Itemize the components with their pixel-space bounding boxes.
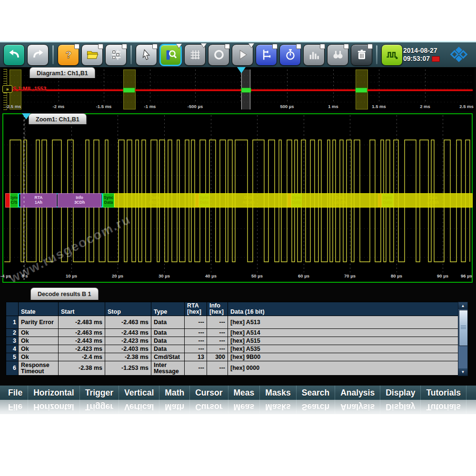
rohde-schwarz-logo-icon: [448, 45, 469, 64]
select-tool-button[interactable]: [136, 44, 157, 66]
cell-rta: ---: [185, 329, 207, 337]
menu-item-meas[interactable]: Meas: [228, 386, 260, 400]
zoom-history-button[interactable]: [327, 44, 348, 66]
zoom-tool-button[interactable]: [159, 44, 182, 66]
gridline-v: [240, 69, 241, 104]
diagram1-tick-label: 1.5 ms: [372, 104, 386, 109]
menu-item-trigger[interactable]: Trigger: [80, 386, 119, 400]
signal-generator-button[interactable]: [381, 44, 403, 66]
zoom1-plot[interactable]: SyncC/SRTA1AhInfo3CDhSyncDataDataA513hSy…: [3, 114, 472, 282]
delete-button[interactable]: [351, 44, 372, 66]
row-number: 4: [6, 345, 19, 353]
menu-item-vertical[interactable]: Vertical: [119, 386, 159, 400]
column-header[interactable]: Data (16 bit): [228, 302, 458, 316]
cell-stop: -2.403 ms: [105, 345, 151, 353]
gridline-v: [150, 69, 150, 104]
table-row[interactable]: 2Ok-2.463 ms-2.443 msData------[hex] A51…: [6, 329, 458, 337]
menu-item-math[interactable]: Math: [159, 386, 190, 400]
diagram1-tick-label: -500 µs: [188, 104, 203, 109]
menu-item-cursor[interactable]: Cursor: [190, 386, 228, 400]
column-header[interactable]: Type: [151, 302, 185, 316]
measure-button[interactable]: [256, 44, 277, 66]
cell-start: -2.483 ms: [59, 316, 105, 329]
file-open-button[interactable]: [81, 44, 103, 66]
scope-screen: -2.5 ms-2 ms-1.5 ms-1 ms-500 µs500 µs1 m…: [0, 67, 476, 386]
diagram1-tick-label: 2.5 ms: [459, 104, 474, 109]
scrollbar-thumb[interactable]: [459, 310, 468, 346]
decode-segment-field[interactable]: RTA1Ah: [20, 193, 57, 208]
menu-item-analysis[interactable]: Analysis: [335, 386, 380, 400]
binoculars-icon: [331, 48, 345, 61]
decode-data-band: [114, 193, 473, 208]
decode-results-tab[interactable]: Decode results B 1: [30, 288, 99, 300]
toolbar-right: 2014-08-27 09:53:07: [403, 45, 476, 64]
grid-icon: [188, 48, 202, 61]
diagram1-tab[interactable]: Diagram1: Ch1,B1: [30, 67, 95, 78]
mask-test-button[interactable]: [208, 44, 229, 66]
menu-item-tutorials[interactable]: Tutorials: [421, 386, 466, 400]
menu-item-horizontal[interactable]: Horizontal: [28, 386, 80, 400]
folder-icon: [86, 48, 99, 61]
table-row[interactable]: 5Ok-2.4 ms-2.38 msCmd/Stat13300[hex] 9B0…: [6, 353, 458, 361]
cell-rta: ---: [185, 337, 207, 345]
diagram1-tick-label: 500 µs: [280, 104, 294, 109]
menu-item-masks[interactable]: Masks: [260, 386, 297, 400]
table-row[interactable]: 6Response Timeout-2.38 ms-1.253 msInter …: [6, 361, 458, 376]
document-badge-icon: [296, 44, 301, 49]
scroll-down-button[interactable]: ▼: [458, 368, 467, 376]
undo-button[interactable]: [3, 44, 25, 66]
cell-data: [hex] A535: [228, 345, 458, 353]
redo-button[interactable]: [27, 44, 49, 66]
zoom1-tab[interactable]: Zoom1: Ch1,B1: [29, 113, 87, 124]
decode-segment-err[interactable]: [5, 193, 10, 208]
trigger-position-line: [24, 115, 24, 281]
redo-icon: [31, 48, 45, 61]
column-header[interactable]: State: [19, 302, 59, 316]
table-row[interactable]: 4Ok-2.423 ms-2.403 msData------[hex] A53…: [6, 345, 458, 353]
cell-type: Cmd/Stat: [151, 353, 185, 361]
menu-item-file[interactable]: File: [3, 386, 28, 400]
playflag-icon: [236, 48, 249, 61]
cell-type: Data: [151, 345, 185, 353]
column-header[interactable]: RTA[hex]: [185, 302, 207, 316]
histogram-button[interactable]: [303, 44, 325, 66]
zoom1-panel[interactable]: SyncC/SRTA1AhInfo3CDhSyncDataDataA513hSy…: [2, 113, 473, 283]
caliper-icon: [260, 48, 273, 61]
cell-data: [hex] A514: [228, 329, 458, 337]
column-header[interactable]: Info[hex]: [207, 302, 228, 316]
quick-meas-button[interactable]: [279, 44, 301, 66]
wavegen-icon: [386, 48, 399, 61]
sliders-icon: [109, 48, 123, 61]
table-row[interactable]: 1Parity Error-2.483 ms-2.463 msData-----…: [6, 316, 458, 329]
table-scrollbar[interactable]: ▲ ▼: [458, 302, 468, 376]
undo-icon: [8, 48, 21, 61]
cell-data: [hex] A513: [228, 316, 458, 329]
cell-state: Ok: [19, 353, 59, 361]
decoded-frame-highlight: [356, 88, 367, 92]
cell-info: ---: [207, 337, 228, 345]
decode-segment-field[interactable]: Info3CDh: [58, 193, 101, 208]
grid-tool-button[interactable]: [184, 44, 206, 66]
setup-button[interactable]: [105, 44, 127, 66]
decode-segment-sync[interactable]: SyncData: [103, 193, 114, 208]
toolbar-separator: [376, 45, 377, 64]
decode-segment-sync[interactable]: SyncC/S: [10, 193, 18, 208]
table-row[interactable]: 3Ok-2.443 ms-2.423 msData------[hex] A51…: [6, 337, 458, 345]
document-badge-icon: [272, 44, 278, 49]
zoom1-trigger-marker-icon[interactable]: [22, 113, 30, 119]
menu-item-search[interactable]: Search: [297, 386, 335, 400]
menu-item-display[interactable]: Display: [380, 386, 421, 400]
column-header[interactable]: Start: [59, 302, 105, 316]
scroll-up-button[interactable]: ▲: [458, 302, 467, 309]
cell-type: Inter Message: [151, 361, 185, 376]
datetime-display: 2014-08-27 09:53:07: [403, 47, 440, 63]
column-header[interactable]: Stop: [105, 302, 151, 316]
toolbar: ? 2014-08-27 09:53:07: [0, 42, 476, 67]
cell-start: -2.38 ms: [59, 361, 105, 376]
document-badge-icon: [225, 44, 230, 49]
cell-state: Ok: [19, 329, 59, 337]
help-button[interactable]: ?: [58, 44, 79, 66]
search-tool-button[interactable]: [232, 44, 253, 66]
diagram1-trigger-marker-icon[interactable]: [237, 67, 246, 73]
decoded-frame-highlight: [241, 88, 251, 92]
